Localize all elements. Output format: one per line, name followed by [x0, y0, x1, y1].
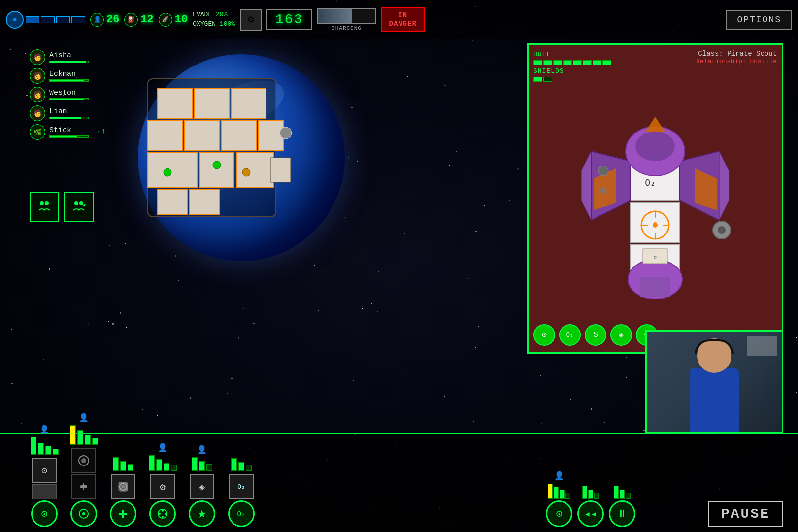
- svg-rect-12: [222, 121, 256, 150]
- svg-rect-17: [158, 190, 187, 214]
- enemy-ship-svg: O₂ S ⚙: [576, 92, 734, 314]
- crew-avatar-stick: 🌿: [30, 124, 45, 140]
- shields-system-box[interactable]: ⊙: [32, 458, 57, 483]
- fuel-count: 12: [140, 13, 153, 26]
- bottom-hud: 👤 ⊙ ⊙ 👤: [0, 433, 798, 532]
- missile-icon: 🚀: [159, 13, 172, 27]
- enemy-hull-section: HULL SHIELDS: [533, 50, 611, 82]
- crew-health-bar-stick: [49, 135, 89, 138]
- crew-name-eckman: Eckman: [49, 70, 89, 78]
- crew-health-fill-liam: [50, 117, 81, 119]
- shield-icon: ●: [6, 11, 24, 29]
- right3-bar-3: [626, 493, 631, 499]
- svg-rect-18: [190, 190, 219, 214]
- crew-member-stick[interactable]: 🌿 Stick ⇒ ↑: [30, 124, 106, 140]
- sensors-icon-button[interactable]: [189, 500, 215, 527]
- pilot-bar-2: [156, 459, 162, 471]
- settings-button[interactable]: ⚙: [240, 9, 262, 31]
- enemy-action-shields[interactable]: S: [585, 324, 606, 346]
- right-power-bars-1: [548, 484, 570, 499]
- crew-health-fill-eckman: [50, 80, 84, 81]
- medbay-icon-button[interactable]: [110, 500, 136, 527]
- hull-seg-6: [583, 60, 592, 65]
- medbay-system-box[interactable]: [111, 474, 135, 499]
- hull-seg-8: [602, 60, 611, 65]
- crew-health-bar-weston: [49, 98, 89, 100]
- sensors-bar-1: [192, 457, 198, 471]
- crew-name-weston: Weston: [49, 89, 89, 97]
- svg-point-54: [81, 458, 86, 463]
- person-body: [690, 368, 739, 432]
- hull-seg-3: [553, 60, 562, 65]
- enemy-action-crew[interactable]: ⊙: [533, 324, 555, 346]
- sensors-power-bars: [192, 457, 212, 471]
- enemy-action-oxygen[interactable]: O₂: [559, 324, 581, 346]
- shield-seg-2: [543, 77, 552, 82]
- svg-point-3: [79, 201, 83, 205]
- right-crew-button[interactable]: ⊙: [546, 500, 572, 527]
- right-bottom-controls: 👤 ⊙ ◂◂ ⏸: [546, 471, 635, 527]
- options-button[interactable]: OPTIONS: [726, 10, 792, 30]
- crew-name-liam: Liam: [49, 107, 89, 116]
- svg-rect-14: [148, 153, 197, 187]
- shield-pip-1: [26, 16, 39, 23]
- person-on-shields: 👤: [39, 425, 49, 434]
- sensors-system-box[interactable]: ◈: [190, 474, 214, 499]
- hull-seg-7: [593, 60, 601, 65]
- enemy-shields-bar: [533, 77, 611, 82]
- crew-health-bar-eckman: [49, 79, 89, 82]
- svg-point-35: [635, 132, 675, 161]
- weapons-icon-button[interactable]: [70, 500, 97, 527]
- oxygen-bar-3: [246, 465, 252, 471]
- enemy-shields-label: SHIELDS: [533, 66, 611, 75]
- crew-health-bar-aisha: [49, 61, 89, 63]
- crew-name-aisha: Aisha: [49, 51, 89, 60]
- hull-seg-1: [533, 60, 542, 65]
- svg-point-52: [600, 188, 606, 194]
- enemy-class-info: Class: Pirate Scout Relationship: Hostil…: [696, 50, 777, 82]
- crew-member-weston[interactable]: 🧑 Weston: [30, 87, 106, 102]
- svg-point-58: [82, 512, 85, 515]
- crew-member-eckman[interactable]: 🧑 Eckman: [30, 68, 106, 84]
- shields-bar-3: [45, 446, 51, 455]
- score-display: 163: [266, 9, 312, 30]
- person-head: [697, 338, 732, 373]
- system-column-oxygen: O₂ O₂: [227, 442, 256, 527]
- pilot-bar-4: [171, 465, 177, 471]
- enemy-hull-bar: [533, 60, 611, 65]
- evade-display: EVADE 20%: [193, 10, 235, 19]
- right-power-bars-3: [614, 486, 631, 499]
- ship-map-svg: [118, 69, 305, 227]
- svg-rect-8: [195, 89, 229, 118]
- oxygen-icon-button[interactable]: O₂: [228, 500, 255, 527]
- pause-button[interactable]: PAUSE: [708, 501, 783, 527]
- enemy-action-weapons[interactable]: ◈: [610, 324, 632, 346]
- oxygen-system-box[interactable]: O₂: [229, 474, 254, 499]
- weapons-extra-box[interactable]: [71, 474, 96, 499]
- crew-management-button[interactable]: [30, 192, 59, 222]
- svg-point-68: [165, 513, 166, 515]
- svg-text:O₂: O₂: [645, 177, 656, 188]
- person-on-pilot: 👤: [158, 443, 167, 453]
- right-power-bars-2: [582, 486, 599, 499]
- up-arrow-icon: ↑: [101, 127, 106, 137]
- pilot-icon-button[interactable]: [149, 500, 176, 527]
- crew-health-fill-weston: [50, 99, 84, 100]
- crew-panel: 🧑 Aisha 🧑 Eckman 🧑 Weston 🧑 Liam: [30, 49, 106, 140]
- attack-button[interactable]: [64, 192, 94, 222]
- pilot-power-bars: [149, 455, 177, 471]
- svg-rect-63: [119, 513, 127, 515]
- top-hud: ● 👤 26 ⛽ 12 🚀 10 EVADE 20% OXYGEN 100%: [0, 0, 798, 39]
- evade-oxygen-block: EVADE 20% OXYGEN 100%: [193, 10, 235, 28]
- weapons-system-box[interactable]: [71, 448, 96, 473]
- sensors-bar-2: [199, 461, 205, 471]
- crew-member-aisha[interactable]: 🧑 Aisha: [30, 49, 106, 65]
- right-pause-button[interactable]: ⏸: [609, 500, 635, 527]
- shields-bar-4: [53, 449, 59, 455]
- shield-pips: [26, 16, 85, 23]
- crew-member-liam[interactable]: 🧑 Liam: [30, 105, 106, 121]
- shields-icon-button[interactable]: ⊙: [31, 500, 58, 527]
- crew-info-weston: Weston: [49, 89, 89, 100]
- right-nav-button[interactable]: ◂◂: [577, 500, 604, 527]
- pilot-system-box[interactable]: ⚙: [150, 474, 175, 499]
